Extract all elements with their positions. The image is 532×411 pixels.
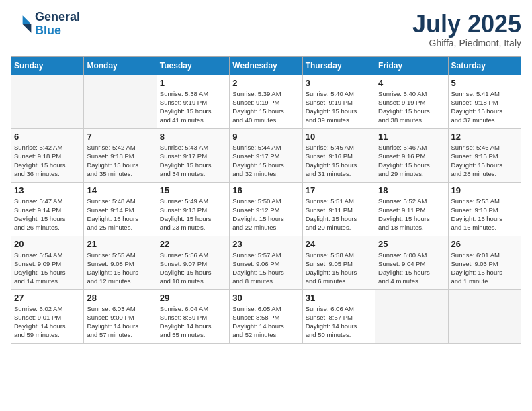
day-info: Sunrise: 5:46 AM Sunset: 9:15 PM Dayligh… [451,143,518,179]
calendar-cell: 14Sunrise: 5:48 AM Sunset: 9:14 PM Dayli… [84,182,157,236]
calendar-cell: 21Sunrise: 5:55 AM Sunset: 9:08 PM Dayli… [84,236,157,289]
calendar-cell: 11Sunrise: 5:46 AM Sunset: 9:16 PM Dayli… [375,128,448,182]
calendar-cell: 31Sunrise: 6:06 AM Sunset: 8:57 PM Dayli… [302,289,375,343]
day-info: Sunrise: 5:45 AM Sunset: 9:16 PM Dayligh… [306,143,372,179]
calendar-cell: 10Sunrise: 5:45 AM Sunset: 9:16 PM Dayli… [302,128,375,182]
day-info: Sunrise: 5:57 AM Sunset: 9:06 PM Dayligh… [232,250,299,286]
day-info: Sunrise: 5:53 AM Sunset: 9:10 PM Dayligh… [451,197,518,232]
calendar-cell: 22Sunrise: 5:56 AM Sunset: 9:07 PM Dayli… [157,236,229,289]
day-info: Sunrise: 6:01 AM Sunset: 9:03 PM Dayligh… [451,250,518,286]
day-info: Sunrise: 6:03 AM Sunset: 9:00 PM Dayligh… [87,304,153,340]
calendar-week-row: 6Sunrise: 5:42 AM Sunset: 9:18 PM Daylig… [11,128,521,182]
day-info: Sunrise: 5:46 AM Sunset: 9:16 PM Dayligh… [378,143,445,179]
calendar-cell: 8Sunrise: 5:43 AM Sunset: 9:17 PM Daylig… [157,128,229,182]
calendar-cell: 26Sunrise: 6:01 AM Sunset: 9:03 PM Dayli… [448,236,521,289]
day-info: Sunrise: 5:39 AM Sunset: 9:19 PM Dayligh… [232,89,299,125]
day-number: 18 [378,185,445,195]
day-info: Sunrise: 5:38 AM Sunset: 9:19 PM Dayligh… [160,89,226,125]
day-info: Sunrise: 5:49 AM Sunset: 9:13 PM Dayligh… [160,197,226,232]
day-number: 4 [378,78,445,88]
calendar-cell: 1Sunrise: 5:38 AM Sunset: 9:19 PM Daylig… [157,75,229,128]
location: Ghiffa, Piedmont, Italy [412,38,521,48]
logo-text: General Blue [35,11,80,38]
weekday-header-wednesday: Wednesday [230,56,302,75]
calendar-cell [84,75,157,128]
day-info: Sunrise: 5:55 AM Sunset: 9:08 PM Dayligh… [87,250,153,286]
calendar-cell: 24Sunrise: 5:58 AM Sunset: 9:05 PM Dayli… [302,236,375,289]
day-info: Sunrise: 5:52 AM Sunset: 9:11 PM Dayligh… [378,197,445,232]
day-number: 14 [87,185,153,195]
day-info: Sunrise: 5:44 AM Sunset: 9:17 PM Dayligh… [232,143,299,179]
calendar-cell: 29Sunrise: 6:04 AM Sunset: 8:59 PM Dayli… [157,289,229,343]
day-info: Sunrise: 6:02 AM Sunset: 9:01 PM Dayligh… [14,304,81,340]
day-number: 12 [451,132,518,142]
day-info: Sunrise: 5:41 AM Sunset: 9:18 PM Dayligh… [451,89,518,125]
day-info: Sunrise: 6:05 AM Sunset: 8:58 PM Dayligh… [232,304,299,340]
calendar-cell: 5Sunrise: 5:41 AM Sunset: 9:18 PM Daylig… [448,75,521,128]
calendar-cell: 15Sunrise: 5:49 AM Sunset: 9:13 PM Dayli… [157,182,229,236]
svg-marker-1 [23,24,32,33]
day-number: 20 [14,239,81,249]
day-info: Sunrise: 5:58 AM Sunset: 9:05 PM Dayligh… [306,250,372,286]
day-number: 9 [232,132,299,142]
day-number: 23 [232,239,299,249]
calendar-week-row: 1Sunrise: 5:38 AM Sunset: 9:19 PM Daylig… [11,75,521,128]
weekday-header-monday: Monday [84,56,157,75]
day-number: 16 [232,185,299,195]
calendar-week-row: 27Sunrise: 6:02 AM Sunset: 9:01 PM Dayli… [11,289,521,343]
svg-marker-0 [23,15,32,24]
calendar-cell: 9Sunrise: 5:44 AM Sunset: 9:17 PM Daylig… [230,128,302,182]
day-info: Sunrise: 5:54 AM Sunset: 9:09 PM Dayligh… [14,250,81,286]
weekday-header-tuesday: Tuesday [157,56,229,75]
day-number: 1 [160,78,226,88]
day-number: 27 [14,293,81,303]
calendar-table: SundayMondayTuesdayWednesdayThursdayFrid… [11,56,521,344]
day-number: 6 [14,132,81,142]
day-number: 21 [87,239,153,249]
calendar-cell: 16Sunrise: 5:50 AM Sunset: 9:12 PM Dayli… [230,182,302,236]
page-header: General Blue July 2025 Ghiffa, Piedmont,… [11,11,521,48]
day-info: Sunrise: 6:00 AM Sunset: 9:04 PM Dayligh… [378,250,445,286]
day-info: Sunrise: 5:40 AM Sunset: 9:19 PM Dayligh… [306,89,372,125]
day-info: Sunrise: 5:50 AM Sunset: 9:12 PM Dayligh… [232,197,299,232]
day-number: 8 [160,132,226,142]
day-info: Sunrise: 5:56 AM Sunset: 9:07 PM Dayligh… [160,250,226,286]
day-number: 5 [451,78,518,88]
calendar-cell: 30Sunrise: 6:05 AM Sunset: 8:58 PM Dayli… [230,289,302,343]
day-number: 13 [14,185,81,195]
day-number: 19 [451,185,518,195]
day-info: Sunrise: 5:51 AM Sunset: 9:11 PM Dayligh… [306,197,372,232]
day-info: Sunrise: 5:42 AM Sunset: 9:18 PM Dayligh… [14,143,81,179]
day-number: 29 [160,293,226,303]
weekday-header-sunday: Sunday [11,56,84,75]
weekday-header-saturday: Saturday [448,56,521,75]
day-number: 26 [451,239,518,249]
weekday-header-friday: Friday [375,56,448,75]
calendar-week-row: 13Sunrise: 5:47 AM Sunset: 9:14 PM Dayli… [11,182,521,236]
day-info: Sunrise: 5:48 AM Sunset: 9:14 PM Dayligh… [87,197,153,232]
month-title: July 2025 [412,11,521,38]
calendar-cell: 3Sunrise: 5:40 AM Sunset: 9:19 PM Daylig… [302,75,375,128]
calendar-cell: 20Sunrise: 5:54 AM Sunset: 9:09 PM Dayli… [11,236,84,289]
calendar-cell: 6Sunrise: 5:42 AM Sunset: 9:18 PM Daylig… [11,128,84,182]
calendar-week-row: 20Sunrise: 5:54 AM Sunset: 9:09 PM Dayli… [11,236,521,289]
day-number: 22 [160,239,226,249]
day-info: Sunrise: 5:40 AM Sunset: 9:19 PM Dayligh… [378,89,445,125]
title-block: July 2025 Ghiffa, Piedmont, Italy [412,11,521,48]
day-number: 31 [306,293,372,303]
day-number: 25 [378,239,445,249]
day-info: Sunrise: 6:06 AM Sunset: 8:57 PM Dayligh… [306,304,372,340]
weekday-header-thursday: Thursday [302,56,375,75]
calendar-cell: 28Sunrise: 6:03 AM Sunset: 9:00 PM Dayli… [84,289,157,343]
calendar-cell [11,75,84,128]
day-number: 24 [306,239,372,249]
calendar-cell: 25Sunrise: 6:00 AM Sunset: 9:04 PM Dayli… [375,236,448,289]
calendar-cell: 2Sunrise: 5:39 AM Sunset: 9:19 PM Daylig… [230,75,302,128]
day-number: 3 [306,78,372,88]
day-number: 28 [87,293,153,303]
day-number: 10 [306,132,372,142]
day-number: 30 [232,293,299,303]
calendar-cell: 4Sunrise: 5:40 AM Sunset: 9:19 PM Daylig… [375,75,448,128]
logo-general: General [35,10,80,24]
logo-blue: Blue [35,24,61,37]
